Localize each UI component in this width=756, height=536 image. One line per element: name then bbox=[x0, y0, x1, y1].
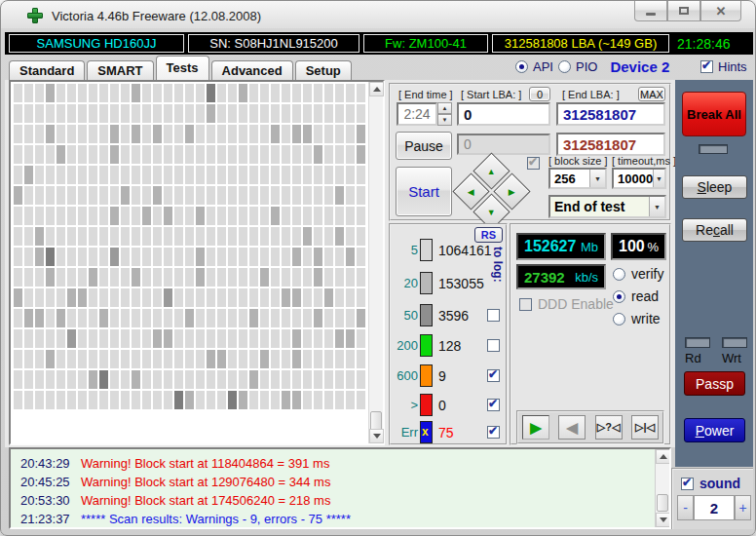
scan-block bbox=[164, 145, 172, 164]
title-bar[interactable]: Victoria 4.46b Freeware (12.08.2008) ✕ bbox=[1, 1, 755, 30]
end-time-spinner[interactable]: 2:24 ▲▼ bbox=[397, 102, 452, 126]
log-scrollbar[interactable] bbox=[655, 449, 669, 527]
scan-block bbox=[185, 84, 194, 102]
sound-minus-button[interactable]: - bbox=[677, 495, 694, 520]
scan-block bbox=[357, 104, 365, 123]
chevron-down-icon[interactable]: ▼ bbox=[653, 170, 664, 187]
sleep-button[interactable]: Sleep bbox=[682, 175, 747, 199]
drive-model[interactable]: SAMSUNG HD160JJ bbox=[9, 34, 184, 53]
sound-checkbox[interactable]: ✔ bbox=[681, 478, 694, 490]
scan-block bbox=[324, 207, 333, 225]
scan-butterfly-button[interactable]: ▷|◁ bbox=[631, 415, 659, 440]
read-radio[interactable] bbox=[613, 290, 625, 303]
write-radio[interactable] bbox=[613, 313, 625, 325]
scan-block bbox=[239, 84, 247, 102]
log-entry: 20:53:30Warning! Block start at 17450624… bbox=[11, 491, 669, 510]
scan-block bbox=[67, 145, 76, 164]
end-time-value[interactable]: 2:24 bbox=[397, 102, 437, 126]
scan-block bbox=[357, 166, 365, 184]
scroll-thumb[interactable] bbox=[657, 494, 668, 512]
grid-scrollbar[interactable] bbox=[368, 82, 383, 443]
scroll-down-button[interactable] bbox=[656, 513, 670, 527]
scan-block bbox=[142, 207, 151, 225]
sound-plus-button[interactable]: + bbox=[735, 495, 751, 520]
scan-block bbox=[314, 145, 322, 164]
scan-block bbox=[292, 145, 301, 164]
scroll-down-button[interactable] bbox=[369, 429, 384, 443]
scan-block bbox=[67, 329, 76, 348]
scan-block bbox=[207, 166, 215, 184]
scan-random-button[interactable]: ▷?◁ bbox=[595, 415, 623, 440]
start-lba-input[interactable]: 0 bbox=[457, 102, 550, 126]
scan-block bbox=[260, 350, 269, 368]
start-lba-zero-button[interactable]: 0 bbox=[529, 87, 550, 101]
scan-block bbox=[14, 166, 22, 184]
legend-row-20: 20153055 bbox=[391, 272, 506, 295]
scan-block bbox=[282, 391, 290, 409]
verify-radio[interactable] bbox=[613, 268, 625, 281]
passp-button[interactable]: Passp bbox=[684, 371, 745, 396]
scan-backward-button[interactable]: ◀ bbox=[558, 415, 586, 440]
end-lba-max-button[interactable]: MAX bbox=[638, 87, 665, 101]
scan-block bbox=[292, 329, 301, 348]
scan-block bbox=[314, 186, 322, 205]
minimize-button[interactable] bbox=[634, 1, 667, 21]
start-button[interactable]: Start bbox=[396, 167, 452, 216]
scan-block bbox=[67, 288, 76, 307]
recall-button[interactable]: Recall bbox=[682, 218, 747, 242]
legend-log-checkbox[interactable]: ✔ bbox=[487, 426, 500, 439]
drive-firmware[interactable]: Fw: ZM100-41 bbox=[363, 34, 488, 53]
chevron-down-icon[interactable]: ▼ bbox=[589, 170, 605, 187]
drive-serial[interactable]: SN: S08HJ1NL915200 bbox=[188, 34, 359, 53]
pause-button[interactable]: Pause bbox=[396, 132, 452, 160]
power-button[interactable]: Power bbox=[684, 418, 745, 442]
log-entry: 21:23:37***** Scan results: Warnings - 9… bbox=[11, 510, 669, 528]
ddd-enable-checkbox[interactable] bbox=[519, 298, 532, 311]
nav-loop-checkbox[interactable]: ✔ bbox=[527, 157, 540, 170]
scroll-up-button[interactable] bbox=[369, 82, 384, 96]
chevron-down-icon[interactable]: ▼ bbox=[649, 197, 664, 216]
scan-forward-button[interactable]: ▶ bbox=[522, 415, 549, 440]
timeout-select[interactable]: 10000 ▼ bbox=[612, 168, 666, 189]
after-action-select[interactable]: End of test ▼ bbox=[548, 195, 666, 218]
scan-block bbox=[196, 350, 205, 368]
sound-label: sound bbox=[699, 476, 740, 491]
scan-block bbox=[142, 227, 151, 246]
legend-log-checkbox[interactable]: ✔ bbox=[487, 399, 500, 411]
scan-block bbox=[207, 350, 215, 368]
break-all-button[interactable]: Break All bbox=[682, 92, 746, 136]
legend-log-checkbox[interactable] bbox=[487, 309, 500, 322]
scan-block bbox=[346, 186, 355, 205]
block-size-select[interactable]: 256 ▼ bbox=[548, 168, 607, 189]
scan-block bbox=[89, 125, 97, 143]
legend-log-checkbox[interactable] bbox=[487, 339, 500, 352]
scroll-up-button[interactable] bbox=[656, 449, 670, 464]
spin-down-icon[interactable]: ▼ bbox=[437, 114, 452, 126]
close-button[interactable]: ✕ bbox=[700, 1, 741, 21]
tab-tests[interactable]: Tests bbox=[156, 56, 209, 80]
end-lba-input[interactable]: 312581807 bbox=[556, 102, 665, 126]
tab-advanced[interactable]: Advanced bbox=[211, 60, 293, 80]
hints-checkbox[interactable]: ✔ bbox=[700, 60, 713, 73]
tab-standard[interactable]: Standard bbox=[9, 60, 85, 80]
scan-block bbox=[271, 84, 280, 102]
api-radio[interactable] bbox=[515, 60, 528, 73]
spin-up-icon[interactable]: ▲ bbox=[437, 102, 452, 114]
mb-value: 152627 bbox=[524, 238, 576, 255]
scan-block bbox=[271, 166, 280, 184]
drive-capacity[interactable]: 312581808 LBA (~149 GB) bbox=[492, 34, 669, 53]
scan-block bbox=[78, 104, 87, 123]
scan-block bbox=[239, 329, 247, 348]
log-message: Warning! Block start at 129076480 = 344 … bbox=[81, 475, 330, 489]
scan-block bbox=[142, 350, 151, 368]
tab-smart[interactable]: SMART bbox=[87, 60, 153, 80]
scan-block bbox=[292, 84, 301, 102]
legend-log-checkbox[interactable]: ✔ bbox=[487, 369, 500, 382]
scan-block bbox=[46, 370, 55, 389]
scan-block bbox=[292, 268, 301, 287]
pio-radio[interactable] bbox=[558, 60, 571, 73]
tab-setup[interactable]: Setup bbox=[295, 60, 352, 80]
maximize-button[interactable] bbox=[667, 1, 700, 21]
scan-block bbox=[78, 370, 87, 389]
scan-block bbox=[357, 350, 365, 368]
